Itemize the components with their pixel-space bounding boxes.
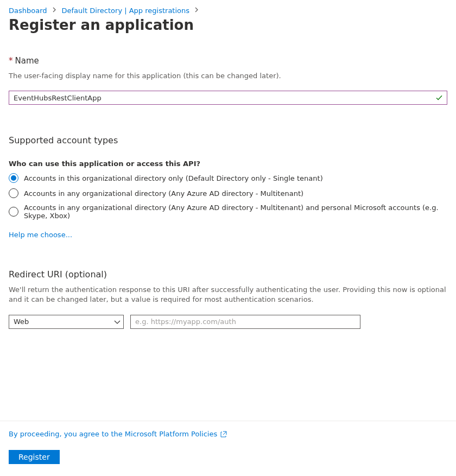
register-button[interactable]: Register xyxy=(9,450,60,464)
checkmark-icon xyxy=(435,94,443,101)
redirect-type-selected: Web xyxy=(14,318,29,326)
radio-icon xyxy=(9,188,18,198)
external-link-icon xyxy=(220,431,227,437)
page-title: Register an application xyxy=(9,17,447,33)
account-type-option-multitenant-personal[interactable]: Accounts in any organizational directory… xyxy=(9,204,447,220)
breadcrumb-directory[interactable]: Default Directory | App registrations xyxy=(62,7,190,15)
radio-label: Accounts in any organizational directory… xyxy=(24,189,303,198)
chevron-right-icon xyxy=(195,7,199,14)
redirect-help-text: We'll return the authentication response… xyxy=(9,285,447,304)
app-name-input[interactable] xyxy=(9,91,447,105)
account-type-option-single-tenant[interactable]: Accounts in this organizational director… xyxy=(9,173,447,183)
redirect-type-select[interactable]: Web xyxy=(9,315,124,329)
footer: By proceeding, you agree to the Microsof… xyxy=(0,421,456,476)
radio-label: Accounts in this organizational director… xyxy=(24,174,323,182)
redirect-uri-input[interactable] xyxy=(130,315,360,329)
redirect-heading: Redirect URI (optional) xyxy=(9,269,447,280)
platform-policies-link[interactable]: Microsoft Platform Policies xyxy=(125,430,217,438)
chevron-right-icon xyxy=(53,7,56,14)
radio-label: Accounts in any organizational directory… xyxy=(24,204,447,220)
name-label: *Name xyxy=(9,56,447,66)
account-types-radio-group: Accounts in this organizational director… xyxy=(9,173,447,220)
agree-line: By proceeding, you agree to the Microsof… xyxy=(9,430,447,438)
account-types-heading: Supported account types xyxy=(9,135,447,145)
name-section: *Name The user-facing display name for t… xyxy=(9,56,447,105)
account-type-option-multitenant[interactable]: Accounts in any organizational directory… xyxy=(9,188,447,198)
name-help-text: The user-facing display name for this ap… xyxy=(9,71,447,81)
radio-icon xyxy=(9,207,18,217)
help-me-choose-link[interactable]: Help me choose... xyxy=(9,231,72,239)
account-types-section: Supported account types Who can use this… xyxy=(9,135,447,239)
radio-icon xyxy=(9,173,18,183)
account-types-subheading: Who can use this application or access t… xyxy=(9,160,447,168)
agree-prefix: By proceeding, you agree to the xyxy=(9,430,125,438)
breadcrumb: Dashboard Default Directory | App regist… xyxy=(9,5,447,15)
required-asterisk: * xyxy=(9,56,13,66)
redirect-uri-section: Redirect URI (optional) We'll return the… xyxy=(9,269,447,328)
breadcrumb-dashboard[interactable]: Dashboard xyxy=(9,7,47,15)
